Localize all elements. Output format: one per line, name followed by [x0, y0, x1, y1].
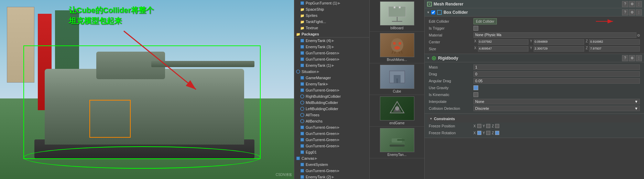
svg-rect-23 — [396, 78, 398, 83]
hierarchy-item-eventsystem[interactable]: EventSystem — [294, 161, 369, 168]
box-collider-menu-btn[interactable]: ⋮ — [636, 9, 642, 15]
material-expand-icon[interactable]: ⊙ — [637, 33, 640, 37]
hierarchy-item-gunturrent7[interactable]: GunTurrent-Green ▶ — [294, 143, 369, 149]
material-value[interactable]: None (Physic Ma — [473, 32, 636, 38]
center-row: Center X 0.037582 Y 0.094869 Z 0.916982 — [427, 39, 641, 45]
is-trigger-label: Is Trigger — [429, 26, 473, 30]
preview-item-cube[interactable]: Cube — [370, 63, 424, 95]
hierarchy-item-righ-collider[interactable]: RighBuildingtCollider — [294, 93, 369, 99]
hierarchy-item-egg01[interactable]: Egg01 — [294, 149, 369, 155]
is-kinematic-checkbox[interactable] — [473, 92, 478, 97]
preview-thumb-endgame — [380, 96, 414, 120]
hierarchy-item-gunturrent5[interactable]: GunTurrent-Green ▶ — [294, 130, 369, 137]
size-label: Size — [429, 47, 473, 51]
drag-row: Drag 0 — [427, 71, 641, 77]
freeze-position-label: Freeze Position — [429, 124, 473, 128]
hierarchy-item-situation[interactable]: Situation ▶ — [294, 69, 369, 75]
angular-drag-value[interactable]: 0.05 — [473, 78, 640, 84]
preview-item-brush[interactable]: BrushMons... — [370, 32, 424, 63]
mass-row: Mass 1 — [427, 64, 641, 71]
3d-viewport[interactable]: 让Cube的Collider将整个 坦克模型包起来 CSDN博客 — [0, 0, 294, 179]
is-trigger-checkbox[interactable] — [473, 26, 478, 31]
hierarchy-item-textrue[interactable]: 📁 Textrue — [294, 25, 369, 31]
hierarchy-item-gunturrent3[interactable]: GunTurrent-Green ▶ — [294, 87, 369, 93]
hierarchy-item-gunturrent2[interactable]: GunTurrent-Green ▶ — [294, 56, 369, 62]
hierarchy-item-sprites[interactable]: 📁 Sprites — [294, 12, 369, 19]
preview-item-billboard[interactable]: billboard — [370, 0, 424, 32]
mesh-renderer-menu-btn[interactable]: ⋮ — [636, 1, 642, 7]
mass-label: Mass — [429, 65, 473, 69]
hierarchy-item-popgun[interactable]: PopGunTurrent (1) ▶ — [294, 0, 369, 6]
hierarchy-item-enemytank2[interactable]: EnemyTank (2) ▶ — [294, 174, 369, 179]
freeze-rotation-label: Freeze Rotation — [429, 131, 473, 135]
hierarchy-item-gunturrent6[interactable]: GunTurrent-Green ▶ — [294, 137, 369, 143]
svg-point-7 — [301, 119, 304, 123]
hierarchy-item-alltrees[interactable]: AllTrees — [294, 112, 369, 118]
box-collider-help-btn[interactable]: ? — [622, 9, 628, 15]
hierarchy-item-enemytank1[interactable]: EnemyTank (1) ▶ — [294, 62, 369, 69]
interpolate-label: Interpolate — [429, 99, 473, 104]
hierarchy-item-gunturrent4[interactable]: GunTurrent-Green ▶ — [294, 124, 369, 130]
hierarchy-item-gunturrent8[interactable]: GunTurrent-Green ▶ — [294, 168, 369, 174]
hierarchy-item-gamemanager[interactable]: GameManager — [294, 75, 369, 81]
interpolate-dropdown[interactable]: None ▼ — [473, 99, 640, 104]
center-y[interactable]: 0.094869 — [534, 39, 585, 45]
svg-rect-9 — [394, 7, 395, 8]
hierarchy-item-spaceship[interactable]: 📁 SpaceShip — [294, 6, 369, 12]
hierarchy-item-canvas[interactable]: Canvas ▶ — [294, 155, 369, 161]
is-trigger-row: Is Trigger — [427, 25, 641, 32]
size-y[interactable]: 2.300729 — [534, 46, 585, 52]
hierarchy-panel: PopGunTurrent (1) ▶ 📁 SpaceShip 📁 Sprite… — [294, 0, 370, 179]
mesh-renderer-title: Mesh Renderer — [434, 2, 621, 7]
freeze-pos-y-checkbox[interactable] — [486, 124, 490, 128]
mesh-renderer-help-btn[interactable]: ? — [622, 1, 628, 7]
center-x[interactable]: 0.037582 — [478, 39, 529, 45]
preview-label-endgame: endGame — [390, 121, 405, 125]
use-gravity-checkbox[interactable] — [473, 85, 478, 90]
rigidbody-settings-btn[interactable]: ⚙ — [629, 55, 635, 61]
freeze-pos-z-checkbox[interactable] — [495, 124, 499, 128]
hierarchy-item-enemytank4[interactable]: EnemyTank (4) ▶ — [294, 38, 369, 44]
freeze-rot-x-checkbox[interactable] — [477, 131, 481, 135]
mesh-renderer-settings-btn[interactable]: ⚙ — [629, 1, 635, 7]
hierarchy-item-left-collider[interactable]: LeftBuildingCollider — [294, 106, 369, 112]
box-collider-header[interactable]: ▼ Box Collider ? ⚙ ⋮ — [425, 8, 644, 17]
hierarchy-item-tankfighti[interactable]: 📁 TankFighti... — [294, 19, 369, 25]
hierarchy-item-enemytank3[interactable]: EnemyTank (3) ▶ — [294, 44, 369, 50]
mesh-renderer-header[interactable]: Mesh Renderer ? ⚙ ⋮ — [425, 0, 644, 8]
size-z[interactable]: 7.97937 — [589, 46, 640, 52]
freeze-rot-y-checkbox[interactable] — [486, 131, 490, 135]
edit-collider-btn[interactable]: Edit Collider — [473, 18, 497, 24]
freeze-rotation-checkboxes: X Y Z — [473, 131, 499, 135]
drag-value[interactable]: 0 — [473, 71, 640, 77]
center-z[interactable]: 0.916982 — [589, 39, 640, 45]
hierarchy-item-gunturrent1[interactable]: GunTurrent-Green ▶ — [294, 50, 369, 56]
rigidbody-header[interactable]: ▼ Rigidbody ? ⚙ ⋮ — [425, 54, 644, 62]
constraints-header[interactable]: ▼ Constraints — [427, 115, 641, 123]
box-collider-icon — [437, 10, 442, 15]
preview-item-enemytank[interactable]: EnemyTan... — [370, 127, 424, 158]
freeze-rot-z-checkbox[interactable] — [495, 131, 499, 135]
center-values: X 0.037582 Y 0.094869 Z 0.916982 — [473, 39, 640, 45]
svg-line-20 — [401, 51, 402, 54]
mass-value[interactable]: 1 — [473, 64, 640, 70]
svg-point-6 — [301, 113, 304, 117]
freeze-pos-x-checkbox[interactable] — [477, 124, 481, 128]
watermark: CSDN博客 — [276, 172, 292, 177]
preview-item-endgame[interactable]: endGame — [370, 95, 424, 127]
rigidbody-menu-btn[interactable]: ⋮ — [636, 55, 642, 61]
hierarchy-item-mid-collider[interactable]: MidBuildingCollider — [294, 99, 369, 106]
hierarchy-item-packages[interactable]: 📁 Packages — [294, 31, 369, 37]
preview-label-brush: BrushMons... — [387, 58, 407, 62]
svg-rect-10 — [399, 7, 401, 8]
size-x[interactable]: 4.809547 — [478, 46, 529, 52]
rigidbody-title: Rigidbody — [438, 56, 621, 61]
box-collider-settings-btn[interactable]: ⚙ — [629, 9, 635, 15]
box-collider-enabled-checkbox[interactable] — [431, 10, 435, 14]
hierarchy-item-enemytank-main[interactable]: EnemyTank ▶ — [294, 81, 369, 87]
freeze-pos-y-label: Y — [483, 124, 485, 128]
hierarchy-item-allbenchs[interactable]: AllBenchs — [294, 118, 369, 124]
rigidbody-help-btn[interactable]: ? — [622, 55, 628, 61]
collision-detection-dropdown[interactable]: Discrete ▼ — [473, 106, 640, 111]
material-row: Material None (Physic Ma ⊙ — [427, 32, 641, 39]
